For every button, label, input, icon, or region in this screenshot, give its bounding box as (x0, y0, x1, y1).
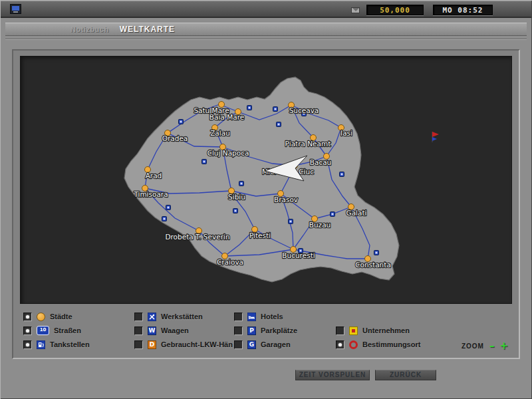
flag-marker-blue (432, 137, 437, 141)
service-marker-glyph (249, 107, 251, 109)
zoom-label: ZOOM (462, 342, 484, 350)
legend-column-1: Städte 10 Straßen Tankstellen (23, 311, 90, 350)
weigh-checkbox[interactable] (134, 327, 143, 335)
fuel-pump-icon (37, 340, 45, 349)
legend-label-parking: Parkplätze (261, 327, 297, 334)
tab-weltkarte[interactable]: WELTKARTE (120, 25, 175, 34)
legend-column-3: Hotels P Parkplätze G Garagen (234, 311, 297, 350)
fuel-radio[interactable] (23, 340, 32, 349)
money-value: 50,000 (380, 6, 410, 15)
hotel-bed-icon (247, 313, 256, 321)
roads-radio[interactable] (23, 327, 32, 335)
city-label: Baia Mare (209, 113, 244, 121)
zoom-in-button[interactable]: + (499, 342, 508, 350)
city-label: Arad (146, 172, 162, 180)
workshops-checkbox[interactable] (134, 313, 143, 321)
legend-item-cities: Städte (23, 311, 90, 322)
legend-label-roads: Straßen (54, 327, 81, 334)
zoom-control: ZOOM – + (462, 342, 508, 350)
garages-checkbox[interactable] (234, 340, 243, 349)
city-label: Oradea (162, 134, 188, 142)
legend-item-roads: 10 Straßen (23, 325, 90, 336)
service-marker-glyph (341, 174, 343, 176)
map-area[interactable]: Satu MareBaia MareSuceavaOradeaZalauIasi… (20, 56, 512, 304)
used-trucks-checkbox[interactable] (134, 340, 143, 349)
legend-item-garages: G Garagen (234, 339, 297, 350)
computer-icon-base (13, 11, 18, 13)
weigh-icon: W (148, 327, 156, 335)
legend-item-workshops: Werkstätten (134, 311, 233, 322)
city-icon (37, 313, 45, 321)
legend-spacer (336, 311, 420, 322)
city-label: Galati (346, 209, 367, 217)
legend-item-hotels: Hotels (234, 311, 297, 322)
computer-icon[interactable] (10, 4, 21, 14)
city-label: Drobeta T. Severin (165, 233, 229, 241)
city-label: Constanta (355, 261, 391, 269)
legend-column-2: Werkstätten W Waagen D Gebraucht-LKW-Hän (134, 311, 233, 350)
legend-item-fuel-stations: Tankstellen (23, 339, 90, 350)
service-marker-glyph (332, 213, 334, 215)
city-label: Suceava (289, 106, 319, 114)
city-label: Pitesti (249, 231, 271, 239)
garage-icon: G (247, 340, 256, 349)
city-label: Timisoara (133, 190, 168, 198)
romania-outline (124, 77, 399, 282)
radio-dot (338, 343, 342, 346)
service-marker-glyph (275, 108, 277, 110)
fast-forward-time-button[interactable]: ZEIT VORSPULEN (295, 370, 370, 380)
topbar: 50,000 MO 08:52 (1, 1, 531, 18)
companies-checkbox[interactable] (336, 327, 344, 335)
game-window: 50,000 MO 08:52 Notizbuch WELTKARTE Satu… (0, 0, 532, 399)
legend-label-fuel: Tankstellen (50, 340, 90, 348)
money-display: 50,000 (366, 5, 424, 15)
world-map[interactable]: Satu MareBaia MareSuceavaOradeaZalauIasi… (20, 56, 512, 304)
legend-label-workshops: Werkstätten (161, 313, 203, 321)
map-panel: Satu MareBaia MareSuceavaOradeaZalauIasi… (12, 49, 520, 359)
hotels-checkbox[interactable] (234, 313, 243, 321)
radio-dot (26, 343, 29, 346)
tabbar: Notizbuch WELTKARTE (5, 23, 527, 36)
city-label: Bucuresti (282, 251, 315, 259)
legend-label-hotels: Hotels (261, 313, 283, 321)
service-marker-glyph (290, 221, 292, 223)
parking-checkbox[interactable] (234, 327, 243, 335)
cities-radio[interactable] (23, 313, 32, 321)
service-marker-glyph (278, 124, 280, 126)
city-label: Cluj Napoca (207, 149, 249, 157)
service-marker-glyph (376, 252, 378, 254)
mail-icon (351, 7, 360, 13)
service-marker-glyph (203, 161, 205, 163)
city-label: Buzau (309, 221, 331, 229)
legend-label-destination: Bestimmungsort (362, 340, 420, 348)
time-display: MO 08:52 (433, 5, 493, 15)
city-label: Piatra Neamt (285, 140, 331, 148)
legend-item-weigh-stations: W Waagen (134, 325, 233, 336)
city-label: Zalau (210, 129, 230, 137)
legend-label-garages: Garagen (261, 340, 291, 348)
service-marker-glyph (235, 210, 237, 212)
road-icon: 10 (37, 326, 49, 335)
wrench-icon (148, 313, 156, 321)
legend-item-parking: P Parkplätze (234, 325, 297, 336)
service-marker-glyph (241, 183, 243, 185)
city-label: Craiova (217, 258, 243, 266)
destination-radio[interactable] (336, 340, 344, 349)
service-marker-glyph (180, 121, 182, 123)
tab-notizbuch[interactable]: Notizbuch (70, 25, 109, 33)
service-marker-glyph (168, 207, 170, 209)
service-marker-glyph (164, 218, 166, 220)
map-legend: Städte 10 Straßen Tankstellen (13, 304, 519, 358)
flag-marker[interactable] (432, 132, 439, 137)
legend-item-destination: Bestimmungsort (336, 339, 420, 350)
zoom-out-button[interactable]: – (489, 342, 495, 350)
legend-item-companies: Unternehmen (336, 325, 420, 336)
dealer-icon: D (148, 340, 156, 349)
city-label: Sibiu (228, 193, 245, 201)
legend-label-cities: Städte (50, 313, 72, 321)
city-label: Brasov (274, 196, 298, 203)
back-button[interactable]: ZURÜCK (375, 370, 436, 380)
company-icon (349, 327, 358, 335)
legend-label-used-trucks: Gebraucht-LKW-Hän (161, 340, 233, 348)
city-label: Bacau (310, 158, 332, 166)
